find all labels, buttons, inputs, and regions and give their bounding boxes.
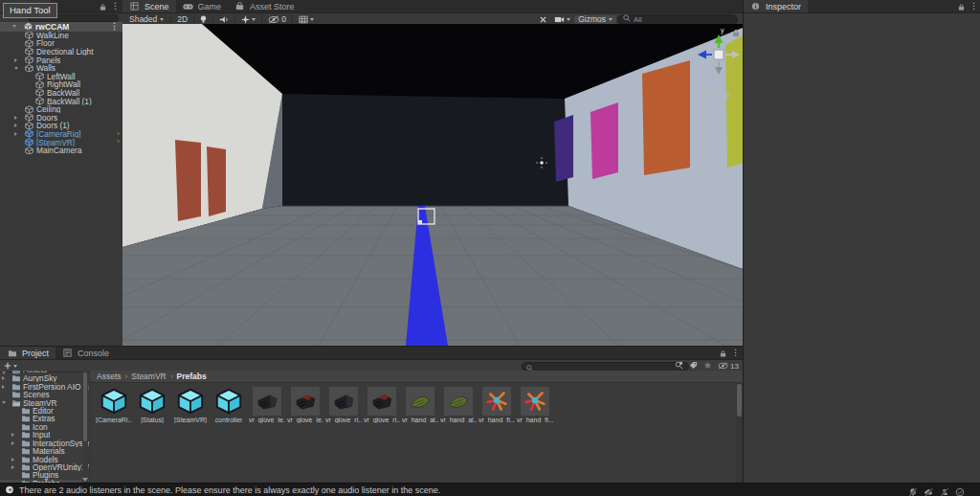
toggle-2d-button[interactable]: 2D xyxy=(174,14,190,24)
hierarchy-item[interactable]: LeftWall xyxy=(0,72,122,80)
create-asset-button[interactable] xyxy=(0,362,21,370)
prefab-chevron-icon[interactable] xyxy=(117,138,120,147)
hierarchy-item[interactable]: BackWall (1) xyxy=(0,97,122,105)
status-bar[interactable]: There are 2 audio listeners in the scene… xyxy=(0,483,980,496)
asset-item[interactable]: [Status] xyxy=(134,387,170,423)
asset-item[interactable]: vr_hand_al... xyxy=(440,387,477,423)
project-search-field[interactable] xyxy=(522,362,689,372)
menu-icon[interactable] xyxy=(731,349,740,357)
asset-item[interactable]: vr_hand_al... xyxy=(402,387,438,423)
scene-lighting-button[interactable] xyxy=(197,14,210,24)
content-scrollbar[interactable] xyxy=(736,382,743,484)
expand-arrow-icon[interactable] xyxy=(2,385,5,389)
asset-item[interactable]: controller xyxy=(211,387,247,423)
hierarchy-item[interactable]: WalkLine xyxy=(0,32,122,40)
expand-arrow-icon[interactable] xyxy=(11,458,14,462)
folder-item[interactable]: OpenVRUnityXRP xyxy=(0,463,89,471)
breadcrumb-item[interactable]: Assets xyxy=(97,372,127,381)
hierarchy-item[interactable]: Floor xyxy=(0,39,122,48)
view-tab[interactable]: Asset Store xyxy=(228,0,301,12)
scene-effects-dropdown[interactable] xyxy=(238,14,258,24)
hierarchy-item[interactable]: Panels xyxy=(0,56,122,64)
gizmos-dropdown[interactable]: Gizmos xyxy=(574,15,616,24)
hidden-packages-button[interactable]: 13 xyxy=(718,362,739,371)
asset-item[interactable]: vr_glove_le... xyxy=(249,387,285,423)
expand-arrow-icon[interactable] xyxy=(11,441,14,445)
hierarchy-item[interactable]: Doors xyxy=(0,113,122,122)
menu-icon[interactable] xyxy=(110,22,119,31)
shading-mode-dropdown[interactable]: Shaded xyxy=(125,14,167,24)
scene-camera-dropdown[interactable] xyxy=(551,14,573,24)
expand-arrow-icon[interactable] xyxy=(2,376,5,380)
lock-icon[interactable] xyxy=(720,345,726,362)
hidden-objects-button[interactable]: 0 xyxy=(265,14,289,24)
prefab-chevron-icon[interactable] xyxy=(117,130,120,139)
scene-audio-button[interactable] xyxy=(216,14,232,24)
expand-arrow-icon[interactable] xyxy=(14,58,17,62)
asset-item[interactable]: vr_glove_le... xyxy=(287,387,323,423)
asset-item[interactable]: vr_hand_fi... xyxy=(517,387,553,423)
panel-tab[interactable]: Project xyxy=(0,347,56,359)
progress-status-icon[interactable] xyxy=(955,484,965,496)
hierarchy-item[interactable]: RightWall xyxy=(0,80,122,89)
hierarchy-item[interactable]: [SteamVR] xyxy=(0,138,122,147)
breadcrumb-item[interactable]: SteamVR xyxy=(131,372,172,381)
project-search-input[interactable] xyxy=(536,362,684,371)
asset-item[interactable]: [SteamVR] xyxy=(172,387,209,423)
folder-item[interactable]: Models xyxy=(0,455,89,462)
expand-arrow-icon[interactable] xyxy=(14,67,18,70)
notifications-disabled-icon[interactable] xyxy=(908,484,918,496)
expand-arrow-icon[interactable] xyxy=(12,25,16,28)
folder-item[interactable]: Materials xyxy=(0,447,89,455)
scene-search-input[interactable] xyxy=(634,15,732,24)
breadcrumb-item[interactable]: Prefabs xyxy=(177,372,211,381)
panel-tab[interactable]: Console xyxy=(56,347,116,359)
folder-tree-scrollbar[interactable] xyxy=(82,371,88,484)
folder-item[interactable]: Plugins xyxy=(0,471,89,479)
hierarchy-item[interactable]: MainCamera xyxy=(0,147,122,155)
hierarchy-item[interactable]: Ceiling xyxy=(0,105,122,114)
hierarchy-item[interactable]: Walls xyxy=(0,64,122,73)
menu-icon[interactable] xyxy=(969,2,978,11)
folder-item[interactable]: Icon xyxy=(0,423,89,431)
folder-item[interactable]: Editor xyxy=(0,407,89,415)
asset-item[interactable]: vr_hand_fi... xyxy=(479,387,515,423)
persp-label[interactable]: Persp xyxy=(708,89,731,99)
asset-item[interactable]: vr_glove_ri... xyxy=(364,387,400,423)
hierarchy-item[interactable]: [CameraRig] xyxy=(0,130,122,139)
favorites-icon[interactable] xyxy=(703,361,712,372)
cloud-disabled-icon[interactable] xyxy=(924,484,934,496)
folder-item[interactable]: FirstPersion AIO Pac xyxy=(0,382,89,390)
tab-inspector[interactable]: Inspector xyxy=(744,0,808,12)
folder-item[interactable]: SteamVR xyxy=(0,398,89,406)
gizmo-center-cube[interactable] xyxy=(714,50,724,59)
expand-arrow-icon[interactable] xyxy=(14,132,17,136)
hierarchy-scene-row[interactable]: rwCCAM xyxy=(0,22,122,32)
view-tab[interactable]: Game xyxy=(176,0,229,12)
hierarchy-item[interactable]: BackWall xyxy=(0,89,122,98)
asset-item[interactable]: vr_glove_ri... xyxy=(325,387,362,423)
search-by-label-icon[interactable] xyxy=(689,361,698,372)
folder-item[interactable]: Input xyxy=(0,431,89,439)
grid-visibility-dropdown[interactable] xyxy=(296,14,317,24)
folder-item[interactable]: Scenes xyxy=(0,391,89,398)
expand-arrow-icon[interactable] xyxy=(2,401,6,404)
lock-icon[interactable] xyxy=(958,0,965,15)
scene-search-field[interactable] xyxy=(617,14,738,25)
search-by-type-icon[interactable] xyxy=(675,361,683,372)
hierarchy-item[interactable]: Directional Light xyxy=(0,48,122,56)
expand-arrow-icon[interactable] xyxy=(11,433,14,437)
asset-item[interactable]: [CameraRi... xyxy=(96,387,132,423)
hierarchy-item[interactable]: Doors (1) xyxy=(0,122,122,130)
folder-item[interactable]: InteractionSystem xyxy=(0,440,89,447)
expand-arrow-icon[interactable] xyxy=(14,124,17,127)
folder-item[interactable]: Extras xyxy=(0,415,89,422)
component-tools-button[interactable] xyxy=(536,14,550,24)
collab-disabled-icon[interactable] xyxy=(940,484,949,496)
folder-item[interactable]: AurynSky xyxy=(0,374,89,382)
menu-icon[interactable] xyxy=(111,2,120,11)
scroll-down-icon[interactable] xyxy=(82,478,88,482)
scene-viewport[interactable]: y Persp xyxy=(122,24,743,346)
view-tab[interactable]: Scene xyxy=(122,0,176,12)
expand-arrow-icon[interactable] xyxy=(14,116,17,120)
